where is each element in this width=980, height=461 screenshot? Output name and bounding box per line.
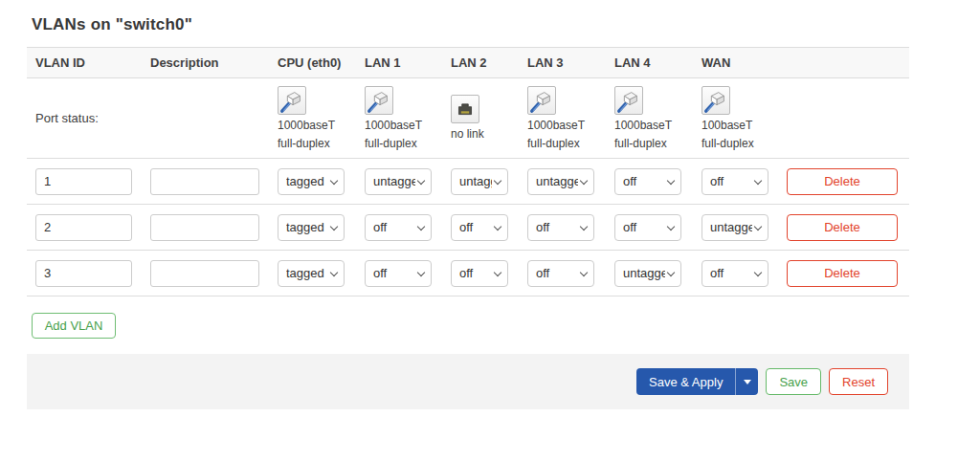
ethernet-link-icon (365, 86, 393, 115)
ethernet-nolink-icon (451, 95, 479, 123)
lan1-select[interactable]: off (365, 260, 432, 287)
ethernet-link-icon (702, 86, 730, 115)
port-status-lan1: 1000baseT full-duplex (356, 78, 442, 158)
delete-button[interactable]: Delete (787, 260, 898, 287)
port-status-lan4: 1000baseT full-duplex (606, 78, 693, 158)
port-duplex: full-duplex (278, 137, 330, 151)
save-apply-dropdown-button[interactable] (735, 368, 758, 395)
description-input[interactable] (150, 168, 259, 195)
port-speed: 1000baseT (527, 119, 585, 133)
lan4-select[interactable]: untagged (614, 260, 681, 287)
save-button[interactable]: Save (766, 368, 821, 395)
cpu-select[interactable]: tagged (278, 260, 345, 287)
port-status-lan3: 1000baseT full-duplex (519, 78, 606, 158)
port-speed: 1000baseT (365, 119, 422, 133)
port-status-cpu: 1000baseT full-duplex (269, 78, 356, 158)
reset-button[interactable]: Reset (829, 368, 888, 395)
port-status-wan: 100baseT full-duplex (693, 78, 778, 158)
wan-select[interactable]: off (702, 168, 768, 195)
port-duplex: full-duplex (702, 137, 754, 151)
caret-down-icon (744, 380, 751, 384)
lan1-select[interactable]: untagged (365, 168, 432, 195)
add-vlan-button[interactable]: Add VLAN (32, 313, 116, 339)
port-status-text: no link (451, 127, 484, 142)
wan-select[interactable]: off (702, 260, 768, 287)
ethernet-link-icon (278, 86, 306, 115)
port-speed: 100baseT (702, 119, 752, 133)
save-apply-split-button: Save & Apply (636, 368, 758, 395)
vlan-row-3: tagged off off off untagged off Delete (27, 251, 909, 296)
table-header-row: VLAN ID Description CPU (eth0) LAN 1 LAN… (27, 47, 909, 78)
col-header-lan1: LAN 1 (356, 55, 442, 70)
save-apply-button[interactable]: Save & Apply (636, 368, 735, 395)
vlan-settings-page: VLANs on "switch0" VLAN ID Description C… (0, 0, 980, 461)
vlan-id-input[interactable] (35, 260, 132, 287)
port-speed: 1000baseT (278, 119, 335, 133)
cpu-select[interactable]: tagged (278, 168, 345, 195)
lan1-select[interactable]: off (365, 214, 432, 241)
port-status-label: Port status: (27, 78, 269, 158)
delete-button[interactable]: Delete (787, 168, 898, 195)
lan4-select[interactable]: off (614, 214, 681, 241)
port-duplex: full-duplex (527, 137, 580, 151)
lan2-select[interactable]: off (451, 260, 508, 287)
description-input[interactable] (150, 260, 259, 287)
lan2-select[interactable]: untagged (451, 168, 508, 195)
col-header-wan: WAN (693, 55, 778, 70)
page-title: VLANs on "switch0" (27, 0, 909, 47)
wan-select[interactable]: untagged (702, 214, 768, 241)
vlan-table: VLAN ID Description CPU (eth0) LAN 1 LAN… (27, 47, 909, 296)
col-header-cpu: CPU (eth0) (269, 55, 356, 70)
port-duplex: full-duplex (614, 137, 667, 151)
vlan-id-input[interactable] (35, 168, 132, 195)
col-header-description: Description (142, 55, 269, 70)
lan2-select[interactable]: off (451, 214, 508, 241)
port-duplex: full-duplex (365, 137, 417, 151)
description-input[interactable] (150, 214, 259, 241)
ethernet-link-icon (527, 86, 556, 115)
port-speed: 1000baseT (614, 119, 672, 133)
lan3-select[interactable]: off (527, 260, 594, 287)
port-status-lan2: no link (442, 78, 519, 158)
col-header-lan2: LAN 2 (442, 55, 519, 70)
col-header-lan4: LAN 4 (606, 55, 693, 70)
vlan-id-input[interactable] (35, 214, 132, 241)
lan3-select[interactable]: untagged (527, 168, 594, 195)
action-bar: Save & Apply Save Reset (27, 354, 909, 409)
cpu-select[interactable]: tagged (278, 214, 345, 241)
col-header-lan3: LAN 3 (519, 55, 606, 70)
lan4-select[interactable]: off (614, 168, 681, 195)
lan3-select[interactable]: off (527, 214, 594, 241)
ethernet-link-icon (614, 86, 643, 115)
vlan-row-2: tagged off off off off untagged Delete (27, 205, 909, 251)
delete-button[interactable]: Delete (787, 214, 898, 241)
port-status-row: Port status: 1000baseT full-duplex 1000b… (27, 78, 909, 159)
col-header-vlan-id: VLAN ID (27, 55, 142, 70)
vlan-row-1: tagged untagged untagged untagged off of… (27, 159, 909, 205)
